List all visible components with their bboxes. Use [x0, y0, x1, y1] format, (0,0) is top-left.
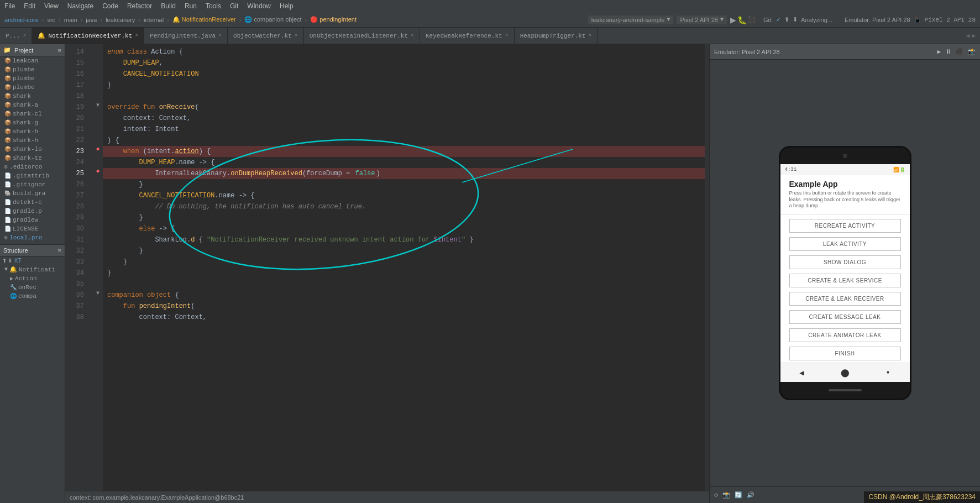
nav-home-button[interactable]: ⬤ — [840, 367, 851, 378]
menu-item-window[interactable]: Window — [247, 2, 271, 10]
code-line-15: DUMP_HEAP, — [103, 57, 705, 69]
menu-item-help[interactable]: Help — [280, 2, 294, 10]
code-line-27: CANCEL_NOTIFICATION.name -> { — [103, 190, 705, 201]
debug-button[interactable]: 🐛 — [737, 15, 747, 24]
context-info: context: com.example.leakcanary.ExampleA… — [70, 494, 244, 501]
tab-keyed-weak-ref[interactable]: KeyedWeakReference.kt × — [420, 28, 515, 44]
menu-item-tools[interactable]: Tools — [206, 2, 221, 10]
structure-item-action[interactable]: ▶ Action — [0, 274, 65, 283]
scrollbar[interactable] — [705, 44, 709, 491]
sidebar-item-gitignore[interactable]: 📄 .gitignor — [0, 180, 65, 189]
sidebar-item-detekt[interactable]: 📄 detekt-c — [0, 198, 65, 207]
code-line-24: DUMP_HEAP.name -> { — [103, 157, 705, 168]
device-selector[interactable]: leakcanary-android-sample ▼ — [588, 15, 674, 24]
code-line-17: } — [103, 80, 705, 91]
nav-back-button[interactable]: ◀ — [796, 367, 808, 378]
sidebar-item-gitattrib[interactable]: 📄 .gitattrib — [0, 171, 65, 180]
code-line-38: context: Context, — [103, 312, 705, 323]
menu-item-build[interactable]: Build — [161, 2, 176, 10]
code-line-21: intent: Intent — [103, 124, 705, 135]
phone-btn-create-animator-leak[interactable]: CREATE ANIMATOR LEAK — [789, 328, 901, 342]
code-container: 14 15 16 17 18 19 20 21 22 23 24 25 26 2… — [65, 44, 709, 491]
sidebar-item-plumbe-2[interactable]: 📦 plumbe — [0, 74, 65, 83]
stop-button[interactable]: ⬛ — [748, 16, 756, 23]
tab-project[interactable]: P... × — [0, 28, 32, 44]
api-selector[interactable]: Pixel 2 API 28 ▼ — [677, 15, 727, 24]
menu-item-file[interactable]: File — [4, 2, 15, 10]
phone-btn-create-message-leak[interactable]: CREATE MESSAGE LEAK — [789, 310, 901, 324]
sidebar-item-leakcan[interactable]: 📦 leakcan — [0, 56, 65, 65]
tab-notification-receiver[interactable]: 🔔 NotificationReceiver.kt × — [32, 28, 144, 44]
breakpoint-icon-23[interactable]: ● — [96, 145, 99, 153]
project-sidebar: 📁 Project ≡ 📦 leakcan 📦 plumbe 📦 plumbe … — [0, 44, 65, 503]
structure-item-notification[interactable]: ▼ 🔔 Notificati — [0, 265, 65, 274]
phone-btn-create-leak-service[interactable]: CREATE & LEAK SERVICE — [789, 274, 901, 287]
phone-btn-create-leak-receiver[interactable]: CREATE & LEAK RECEIVER — [789, 292, 901, 306]
sidebar-item-plumbe-1[interactable]: 📦 plumbe — [0, 65, 65, 74]
sidebar-item-plumbe-3[interactable]: 📦 plumbe — [0, 83, 65, 92]
analyzing-status: Analyzing... — [801, 17, 832, 23]
phone-device: 4:31 📶🔋 Example App Press this button or… — [779, 146, 911, 400]
code-line-28: // Do nothing, the notification has auto… — [103, 201, 705, 212]
phone-screen: 4:31 📶🔋 Example App Press this button or… — [780, 164, 910, 382]
code-line-14: enum class Action { — [103, 46, 705, 57]
git-label: Git: — [763, 17, 773, 23]
menu-item-run[interactable]: Run — [185, 2, 197, 10]
breadcrumb-class: 🔔 NotificationReceiver — [172, 16, 236, 23]
sidebar-item-shark-g[interactable]: 📦 shark-g — [0, 118, 65, 127]
tab-bar: P... × 🔔 NotificationReceiver.kt × Pendi… — [0, 28, 980, 44]
menu-item-git[interactable]: Git — [230, 2, 238, 10]
phone-btn-leak-activity[interactable]: LEAK ACTIVITY — [789, 237, 901, 251]
code-line-25: InternalLeakCanary.onDumpHeapReceived(fo… — [103, 168, 705, 179]
run-controls: ▶ 🐛 ⬛ — [730, 15, 756, 24]
main-content: 📁 Project ≡ 📦 leakcan 📦 plumbe 📦 plumbe … — [0, 44, 980, 503]
breakpoint-icon-25[interactable]: ● — [96, 167, 99, 175]
code-area[interactable]: enum class Action { DUMP_HEAP, CANCEL_NO… — [103, 44, 705, 491]
tab-object-watcher[interactable]: ObjectWatcher.kt × — [228, 28, 304, 44]
fold-icon-36: ▼ — [96, 290, 99, 296]
code-line-33: } — [103, 256, 705, 268]
code-line-31: SharkLog.d { "NotificationReceiver recei… — [103, 234, 705, 245]
phone-btn-finish[interactable]: FINISH — [789, 347, 901, 360]
code-line-36: companion object { — [103, 290, 705, 301]
menu-item-code[interactable]: Code — [102, 2, 118, 10]
sidebar-item-shark[interactable]: 📦 shark — [0, 92, 65, 101]
sidebar-item-gradle-p[interactable]: 📄 gradle.p — [0, 207, 65, 216]
structure-item-onreceive[interactable]: 🔧 onRec — [0, 283, 65, 292]
nav-recent-button[interactable]: ▪ — [883, 367, 894, 378]
sidebar-item-shark-h-2[interactable]: 📦 shark-h — [0, 136, 65, 145]
sidebar-item-license[interactable]: 📄 LICENSE — [0, 224, 65, 233]
phone-top — [780, 148, 910, 164]
tab-pending-intent[interactable]: PendingIntent.java × — [144, 28, 228, 44]
sidebar-item-shark-h-1[interactable]: 📦 shark-h — [0, 127, 65, 136]
code-line-16: CANCEL_NOTIFICATION — [103, 69, 705, 80]
menu-item-refactor[interactable]: Refactor — [127, 2, 152, 10]
sidebar-item-shark-cl[interactable]: 📦 shark-cl — [0, 109, 65, 118]
menu-item-edit[interactable]: Edit — [24, 2, 35, 10]
sidebar-item-gradlew[interactable]: 📄 gradlew — [0, 216, 65, 224]
phone-app-title: Example App — [789, 180, 901, 188]
tab-heap-dump-trigger[interactable]: HeapDumpTrigger.kt × — [515, 28, 598, 44]
menu-item-navigate[interactable]: Navigate — [67, 2, 93, 10]
emulator-panel: Emulator: Pixel 2 API 28 ▶ ⏸ ⬛ 📸 4 — [709, 44, 980, 503]
emulator-title: Emulator: Pixel 2 API 28 — [714, 49, 780, 55]
menu-item-view[interactable]: View — [44, 2, 59, 10]
sidebar-item-local-pro[interactable]: ⚙ local.pro — [0, 233, 65, 242]
code-line-19: override fun onReceive( — [103, 102, 705, 113]
sidebar-item-shark-a[interactable]: 📦 shark-a — [0, 101, 65, 109]
structure-item-companion[interactable]: 🌐 compa — [0, 292, 65, 301]
editor-area: 14 15 16 17 18 19 20 21 22 23 24 25 26 2… — [65, 44, 709, 503]
sidebar-item-build-gradle[interactable]: 🐘 build.gra — [0, 189, 65, 198]
phone-container: 4:31 📶🔋 Example App Press this button or… — [710, 60, 980, 486]
phone-app-subtitle: Press this button or rotate the screen t… — [789, 190, 901, 209]
csdn-watermark: CSDN @Android_周志豪378623234 — [864, 491, 980, 503]
run-button[interactable]: ▶ — [730, 15, 736, 24]
phone-btn-recreate-activity[interactable]: RECREATE ACTIVITY — [789, 219, 901, 233]
phone-btn-show-dialog[interactable]: SHOW DIALOG — [789, 255, 901, 269]
sidebar-item-shark-lo[interactable]: 📦 shark-lo — [0, 145, 65, 154]
phone-content: RECREATE ACTIVITY LEAK ACTIVITY SHOW DIA… — [780, 214, 910, 363]
tab-on-object-retained[interactable]: OnObjectRetainedListener.kt × — [304, 28, 420, 44]
sidebar-item-shark-te[interactable]: 📦 shark-te — [0, 154, 65, 163]
code-line-34: } — [103, 268, 705, 279]
sidebar-item-editor-config[interactable]: ⚙ .editorco — [0, 163, 65, 171]
